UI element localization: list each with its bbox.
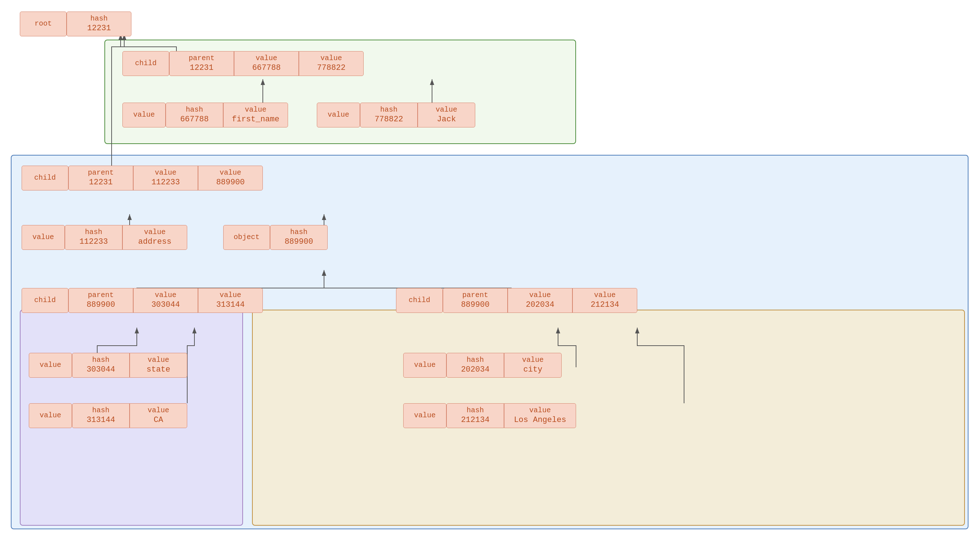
child-blue-data-group: parent 12231 value 112233 value 889900 — [68, 166, 263, 190]
child-889900-left-label-cell: child — [22, 288, 68, 313]
value-778822-label-cell: value — [317, 103, 360, 127]
value-667788-data-group: hash 667788 value first_name — [165, 103, 288, 127]
object-889900-hash-cell: hash 889900 — [270, 225, 328, 250]
value-667788-label-cell: value — [123, 103, 165, 127]
value-212134-data-group: hash 212134 value Los Angeles — [446, 403, 576, 428]
child-889900-left-parent-cell: parent 889900 — [68, 288, 133, 313]
value-112233-val-cell: value address — [123, 225, 187, 250]
child-blue-value2-cell: value 889900 — [198, 166, 263, 190]
child-889900-right-data-group: parent 889900 value 202034 value 212134 — [443, 288, 637, 313]
child-889900-right-value1-cell: value 202034 — [508, 288, 573, 313]
root-label-cell: root — [20, 11, 67, 37]
value-112233-node: value hash 112233 value address — [22, 225, 187, 250]
value-313144-node: value hash 313144 value CA — [29, 403, 187, 428]
child-889900-left-value2-cell: value 313144 — [198, 288, 263, 313]
object-889900-data-group: hash 889900 — [270, 225, 328, 250]
root-hash-cell: hash 12231 — [67, 11, 131, 37]
value-667788-node: value hash 667788 value first_name — [123, 103, 288, 127]
value-212134-label-cell: value — [403, 403, 446, 428]
child-top-label-cell: child — [123, 51, 169, 76]
value-778822-data-group: hash 778822 value Jack — [360, 103, 475, 127]
value-667788-val-cell: value first_name — [223, 103, 288, 127]
value-212134-node: value hash 212134 value Los Angeles — [403, 403, 576, 428]
child-blue-parent-cell: parent 12231 — [68, 166, 133, 190]
value-778822-hash-cell: hash 778822 — [360, 103, 418, 127]
child-889900-right-label-cell: child — [396, 288, 443, 313]
child-889900-right-node: child parent 889900 value 202034 value 2… — [396, 288, 637, 313]
child-889900-right-value2-cell: value 212134 — [573, 288, 637, 313]
value-202034-label-cell: value — [403, 353, 446, 378]
root-hash-group: hash 12231 — [67, 11, 131, 37]
child-top-parent-cell: parent 12231 — [169, 51, 234, 76]
region-orange — [252, 310, 965, 526]
child-top-node: child parent 12231 value 667788 value 77… — [123, 51, 364, 76]
value-303044-hash-cell: hash 303044 — [72, 353, 130, 378]
value-303044-label-cell: value — [29, 353, 72, 378]
value-212134-val-cell: value Los Angeles — [504, 403, 576, 428]
child-blue-node: child parent 12231 value 112233 value 88… — [22, 166, 263, 190]
value-112233-hash-cell: hash 112233 — [65, 225, 123, 250]
value-778822-node: value hash 778822 value Jack — [317, 103, 475, 127]
value-778822-val-cell: value Jack — [418, 103, 475, 127]
value-202034-val-cell: value city — [504, 353, 562, 378]
value-667788-hash-cell: hash 667788 — [165, 103, 223, 127]
value-112233-data-group: hash 112233 value address — [65, 225, 187, 250]
child-889900-left-data-group: parent 889900 value 303044 value 313144 — [68, 288, 263, 313]
child-top-data-group: parent 12231 value 667788 value 778822 — [169, 51, 364, 76]
child-889900-left-node: child parent 889900 value 303044 value 3… — [22, 288, 263, 313]
value-303044-data-group: hash 303044 value state — [72, 353, 187, 378]
child-top-value2-cell: value 778822 — [299, 51, 364, 76]
value-202034-hash-cell: hash 202034 — [446, 353, 504, 378]
child-blue-label-cell: child — [22, 166, 68, 190]
value-202034-data-group: hash 202034 value city — [446, 353, 562, 378]
value-313144-data-group: hash 313144 value CA — [72, 403, 187, 428]
child-889900-left-value1-cell: value 303044 — [133, 288, 198, 313]
value-303044-val-cell: value state — [130, 353, 187, 378]
value-212134-hash-cell: hash 212134 — [446, 403, 504, 428]
value-202034-node: value hash 202034 value city — [403, 353, 562, 378]
child-top-value1-cell: value 667788 — [234, 51, 299, 76]
object-889900-node: object hash 889900 — [223, 225, 328, 250]
value-112233-label-cell: value — [22, 225, 65, 250]
value-313144-hash-cell: hash 313144 — [72, 403, 130, 428]
value-303044-node: value hash 303044 value state — [29, 353, 187, 378]
root-node: root hash 12231 — [20, 11, 131, 37]
value-313144-val-cell: value CA — [130, 403, 187, 428]
object-889900-label-cell: object — [223, 225, 270, 250]
child-blue-value1-cell: value 112233 — [133, 166, 198, 190]
value-313144-label-cell: value — [29, 403, 72, 428]
child-889900-right-parent-cell: parent 889900 — [443, 288, 508, 313]
